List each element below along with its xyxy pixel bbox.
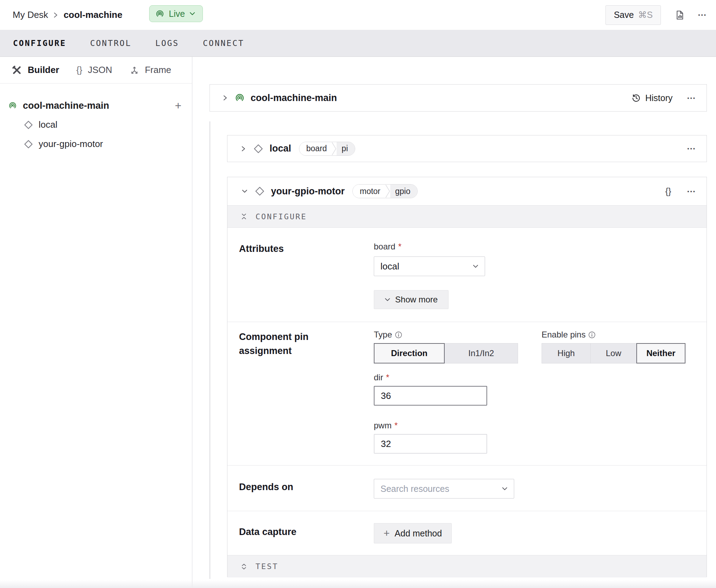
board-card-title: local bbox=[270, 143, 291, 154]
pin-assignment-row-label: Component pin assignment bbox=[239, 330, 374, 465]
machine-nav-tabs: CONFIGURE CONTROL LOGS CONNECT bbox=[0, 30, 716, 57]
tag-model: pi bbox=[337, 142, 355, 155]
tab-connect[interactable]: CONNECT bbox=[203, 39, 244, 48]
frame-axes-icon bbox=[130, 65, 139, 75]
history-label: History bbox=[645, 93, 672, 103]
breadcrumb-parent-link[interactable]: My Desk bbox=[13, 9, 48, 20]
depends-on-select[interactable]: Search resources bbox=[374, 479, 514, 499]
mode-tab-builder-label: Builder bbox=[28, 65, 59, 75]
app-header: My Desk cool-machine Live Save ⌘S bbox=[0, 0, 716, 30]
board-type-model-tag: board pi bbox=[299, 142, 356, 156]
tree-item-machine-part[interactable]: cool-machine-main + bbox=[0, 96, 192, 115]
type-option-direction[interactable]: Direction bbox=[374, 343, 445, 363]
data-capture-row-label: Data capture bbox=[239, 523, 374, 555]
machine-name: cool-machine bbox=[64, 9, 122, 20]
type-segmented-control: Direction In1/In2 bbox=[374, 343, 518, 363]
machine-live-icon bbox=[234, 93, 245, 103]
test-section-header[interactable]: TEST bbox=[227, 555, 707, 577]
type-option-in1in2[interactable]: In1/In2 bbox=[444, 343, 518, 363]
info-icon[interactable] bbox=[395, 331, 402, 339]
tree-item-machine-part-label: cool-machine-main bbox=[23, 100, 109, 111]
dir-input[interactable] bbox=[374, 386, 487, 406]
mode-tab-frame[interactable]: Frame bbox=[130, 65, 171, 75]
tag-model: gpio bbox=[390, 185, 417, 198]
component-diamond-icon bbox=[254, 186, 265, 197]
configure-section-label: CONFIGURE bbox=[256, 212, 307, 221]
dir-field-label: dir * bbox=[374, 373, 685, 382]
save-shortcut: ⌘S bbox=[638, 10, 653, 20]
board-card-menu[interactable]: ••• bbox=[687, 146, 696, 152]
machine-status-dropdown[interactable]: Live bbox=[149, 5, 203, 22]
fold-section-icon bbox=[241, 213, 247, 220]
tree-item-local[interactable]: local bbox=[0, 115, 192, 134]
mode-tab-builder[interactable]: Builder bbox=[12, 65, 59, 75]
attributes-row-label: Attributes bbox=[239, 242, 374, 322]
type-field-label: Type bbox=[374, 330, 518, 340]
pwm-input[interactable] bbox=[374, 434, 487, 454]
part-card-title: cool-machine-main bbox=[251, 93, 337, 103]
pin-assignment-section: Component pin assignment Type Direction … bbox=[227, 322, 707, 465]
required-marker: * bbox=[398, 242, 401, 252]
sidebar-mode-tabs: Builder {} JSON Frame bbox=[0, 57, 192, 83]
test-section-label: TEST bbox=[256, 562, 278, 571]
tag-separator-icon bbox=[332, 142, 337, 155]
nesting-guide-line bbox=[210, 121, 210, 579]
edit-json-icon[interactable]: {} bbox=[665, 186, 671, 196]
component-diamond-icon bbox=[23, 139, 34, 149]
info-icon[interactable] bbox=[588, 331, 596, 339]
curly-braces-icon: {} bbox=[77, 65, 82, 75]
expand-chevron-right-icon[interactable] bbox=[222, 94, 229, 102]
enable-option-high[interactable]: High bbox=[542, 343, 591, 363]
motor-card-header: your-gpio-motor motor gpio {} ••• bbox=[227, 177, 707, 205]
board-field-label: board * bbox=[374, 242, 485, 252]
tag-type: board bbox=[299, 142, 332, 155]
motor-component-card: your-gpio-motor motor gpio {} ••• CONFIG… bbox=[227, 177, 707, 577]
history-button[interactable]: History bbox=[631, 93, 672, 103]
enable-pins-segmented-control: High Low Neither bbox=[542, 343, 685, 363]
attributes-section: Attributes board * local Show more bbox=[227, 228, 707, 322]
live-status-label: Live bbox=[169, 9, 185, 19]
motor-card-menu[interactable]: ••• bbox=[687, 188, 696, 194]
enable-option-low[interactable]: Low bbox=[590, 343, 637, 363]
part-card-menu[interactable]: ••• bbox=[687, 95, 696, 101]
machine-report-icon[interactable] bbox=[674, 10, 685, 20]
expand-chevron-right-icon[interactable] bbox=[240, 145, 247, 153]
add-method-button[interactable]: + Add method bbox=[374, 523, 452, 543]
header-overflow-menu[interactable]: ••• bbox=[698, 12, 707, 18]
tab-configure[interactable]: CONFIGURE bbox=[13, 39, 66, 48]
chevron-down-icon bbox=[189, 12, 195, 16]
machine-live-icon bbox=[8, 101, 17, 110]
tab-control[interactable]: CONTROL bbox=[90, 39, 132, 48]
tag-type: motor bbox=[353, 185, 385, 198]
plus-icon: + bbox=[384, 528, 390, 539]
breadcrumb-separator-icon bbox=[53, 11, 59, 20]
motor-card-title: your-gpio-motor bbox=[271, 186, 345, 197]
mode-tab-frame-label: Frame bbox=[145, 65, 171, 75]
chevron-down-icon bbox=[473, 265, 478, 268]
board-select-value: local bbox=[380, 261, 473, 272]
required-marker: * bbox=[386, 373, 389, 382]
motor-type-model-tag: motor gpio bbox=[352, 184, 418, 198]
component-diamond-icon bbox=[23, 120, 34, 130]
tree-item-local-label: local bbox=[39, 119, 57, 130]
enable-pins-field-label: Enable pins bbox=[542, 330, 685, 340]
tree-item-your-gpio-motor[interactable]: your-gpio-motor bbox=[0, 134, 192, 154]
board-select[interactable]: local bbox=[374, 256, 485, 276]
enable-option-neither[interactable]: Neither bbox=[636, 343, 685, 363]
data-capture-section: Data capture + Add method bbox=[227, 511, 707, 555]
configure-section-header[interactable]: CONFIGURE bbox=[227, 205, 707, 228]
depends-on-placeholder: Search resources bbox=[380, 484, 502, 494]
tag-separator-icon bbox=[385, 185, 390, 198]
chevron-down-icon bbox=[385, 298, 390, 301]
builder-tools-icon bbox=[12, 65, 22, 75]
add-component-button[interactable]: + bbox=[175, 100, 181, 111]
save-button[interactable]: Save ⌘S bbox=[605, 5, 661, 25]
show-more-label: Show more bbox=[395, 295, 438, 305]
show-more-button[interactable]: Show more bbox=[374, 290, 449, 309]
history-icon bbox=[631, 93, 641, 103]
save-label: Save bbox=[614, 10, 634, 20]
tab-logs[interactable]: LOGS bbox=[155, 39, 179, 48]
mode-tab-json[interactable]: {} JSON bbox=[77, 65, 112, 75]
pwm-field-label: pwm * bbox=[374, 421, 685, 430]
collapse-chevron-down-icon[interactable] bbox=[241, 188, 248, 195]
